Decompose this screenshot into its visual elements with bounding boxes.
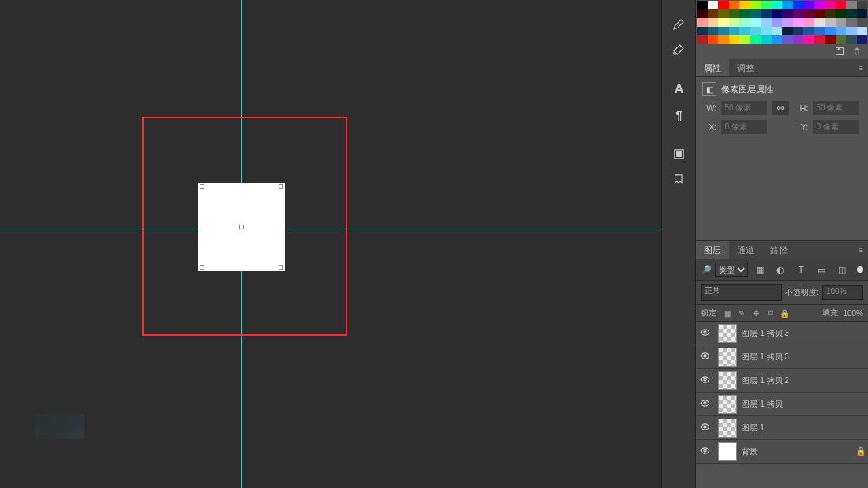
new-swatch-icon[interactable] — [835, 47, 844, 58]
swatch[interactable] — [814, 27, 825, 35]
swatch[interactable] — [729, 1, 739, 9]
swatch[interactable] — [772, 1, 782, 9]
swatch[interactable] — [846, 9, 856, 18]
swatch-grid[interactable] — [696, 0, 868, 45]
swatch[interactable] — [761, 35, 771, 44]
notes-icon[interactable] — [670, 170, 687, 188]
layer-thumbnail[interactable] — [718, 348, 737, 367]
visibility-toggle-icon[interactable] — [696, 398, 713, 410]
visibility-toggle-icon[interactable] — [696, 327, 713, 339]
swatch[interactable] — [793, 1, 803, 9]
tab-paths[interactable]: 路径 — [762, 241, 795, 259]
filter-smart-icon[interactable]: ◫ — [836, 263, 848, 276]
swatch[interactable] — [793, 35, 803, 44]
swatch[interactable] — [782, 35, 792, 44]
layer-row[interactable]: 图层 1 拷贝 2 — [696, 369, 868, 393]
swatch[interactable] — [803, 27, 814, 35]
swatch[interactable] — [857, 1, 867, 9]
layer-thumbnail[interactable] — [718, 442, 737, 461]
layer-name[interactable]: 图层 1 — [742, 423, 854, 434]
swatch[interactable] — [729, 18, 739, 27]
swatch[interactable] — [793, 27, 803, 35]
swatch[interactable] — [793, 9, 803, 18]
swatch[interactable] — [708, 35, 718, 44]
transform-handle-bl[interactable] — [200, 265, 204, 270]
swatch[interactable] — [846, 1, 856, 9]
swatch[interactable] — [857, 9, 867, 18]
panel-menu-icon[interactable]: ≡ — [854, 63, 868, 73]
tab-channels[interactable]: 通道 — [729, 241, 762, 259]
swatch[interactable] — [857, 18, 867, 27]
opacity-value[interactable]: 100% — [822, 285, 863, 300]
swatch[interactable] — [718, 18, 728, 27]
swatch[interactable] — [782, 9, 792, 18]
swatch[interactable] — [729, 35, 739, 44]
link-wh-icon[interactable] — [772, 101, 789, 115]
guide-horizontal[interactable] — [0, 229, 661, 229]
swatch[interactable] — [772, 18, 782, 27]
swatch[interactable] — [836, 27, 846, 35]
swatch[interactable] — [772, 9, 782, 18]
tab-layers[interactable]: 图层 — [696, 241, 729, 259]
filter-pixel-icon[interactable]: ▦ — [754, 263, 766, 276]
layer-row[interactable]: 图层 1 拷贝 3 — [696, 345, 868, 369]
swatch[interactable] — [761, 18, 771, 27]
swatch[interactable] — [750, 35, 761, 44]
layer-row[interactable]: 图层 1 — [696, 416, 868, 440]
swatch[interactable] — [825, 1, 835, 9]
layer-thumbnail[interactable] — [718, 419, 737, 438]
swatch[interactable] — [750, 1, 761, 9]
swatch[interactable] — [782, 27, 792, 35]
layer-name[interactable]: 图层 1 拷贝 — [742, 399, 854, 410]
swatch[interactable] — [761, 1, 771, 9]
lock-transparent-icon[interactable]: ▦ — [722, 307, 733, 319]
visibility-toggle-icon[interactable] — [696, 351, 713, 363]
swatch[interactable] — [814, 9, 825, 18]
swatch[interactable] — [772, 27, 782, 35]
swatch[interactable] — [836, 18, 846, 27]
lock-pixels-icon[interactable]: ✎ — [736, 307, 747, 319]
swatch[interactable] — [803, 18, 814, 27]
swatch[interactable] — [750, 18, 761, 27]
prop-h-value[interactable]: 50 像素 — [813, 101, 859, 115]
libraries-icon[interactable] — [670, 145, 687, 162]
layer-row[interactable]: 图层 1 拷贝 — [696, 393, 868, 416]
visibility-toggle-icon[interactable] — [696, 445, 713, 457]
swatch[interactable] — [718, 27, 728, 35]
selected-layer-object[interactable] — [198, 183, 285, 271]
swatch[interactable] — [750, 27, 761, 35]
layer-thumbnail[interactable] — [718, 395, 737, 414]
swatch[interactable] — [803, 1, 814, 9]
filter-shape-icon[interactable]: ▭ — [815, 263, 828, 276]
swatch[interactable] — [857, 35, 867, 44]
swatch[interactable] — [739, 27, 750, 35]
paragraph-panel-icon[interactable]: ¶ — [670, 106, 687, 123]
lock-artboard-icon[interactable]: ⧉ — [765, 307, 776, 319]
layer-thumbnail[interactable] — [718, 371, 737, 390]
transform-handle-center[interactable] — [239, 225, 244, 229]
layer-filter-kind[interactable]: 类型 — [715, 263, 748, 277]
character-panel-icon[interactable]: A — [670, 80, 687, 98]
swatch[interactable] — [836, 9, 846, 18]
prop-x-value[interactable]: 0 像素 — [721, 120, 767, 134]
layer-row[interactable]: 图层 1 拷贝 3 — [696, 322, 868, 345]
swatch[interactable] — [718, 35, 728, 44]
filter-type-icon[interactable]: T — [795, 263, 807, 276]
swatch[interactable] — [718, 1, 728, 9]
swatch[interactable] — [697, 27, 707, 35]
swatch[interactable] — [739, 9, 750, 18]
swatch[interactable] — [857, 27, 867, 35]
visibility-toggle-icon[interactable] — [696, 422, 713, 434]
brush-preset-icon[interactable] — [670, 16, 687, 33]
layer-name[interactable]: 图层 1 拷贝 2 — [742, 375, 854, 386]
brush-settings-icon[interactable] — [670, 41, 687, 58]
swatch[interactable] — [782, 1, 792, 9]
swatch[interactable] — [739, 1, 750, 9]
swatch[interactable] — [836, 35, 846, 44]
swatch[interactable] — [772, 35, 782, 44]
swatch[interactable] — [825, 27, 835, 35]
layer-name[interactable]: 背景 — [742, 446, 854, 457]
swatch[interactable] — [761, 9, 771, 18]
swatch[interactable] — [846, 35, 856, 44]
transform-handle-tr[interactable] — [279, 184, 283, 189]
